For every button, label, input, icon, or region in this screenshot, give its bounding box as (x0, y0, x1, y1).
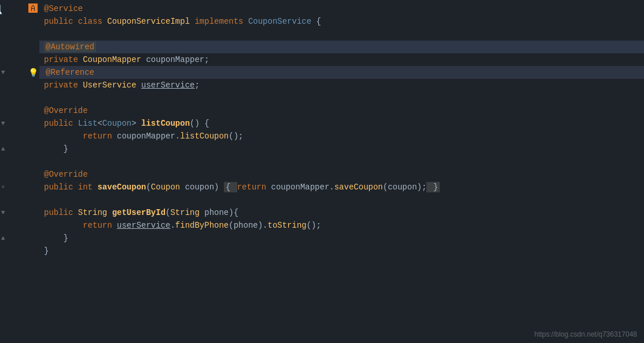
call-end-1: (); (229, 132, 243, 141)
type-coupon: Coupon (102, 119, 131, 128)
gutter-line-9 (0, 104, 22, 117)
indent-18 (44, 221, 83, 230)
dot-1: . (170, 221, 175, 230)
fold-icon-17[interactable]: ▼ (1, 209, 5, 216)
gutter-line-16 (0, 194, 22, 206)
semicolon-1: ; (194, 81, 199, 90)
fold-icon-12[interactable]: ▲ (1, 145, 5, 152)
keyword-return-inline: return (237, 183, 271, 192)
param-start-2: ( (165, 208, 170, 217)
code-line-13 (39, 155, 644, 168)
margin-blank-10 (27, 117, 39, 130)
margin-blank-18 (27, 219, 39, 232)
method-tostring: toString (268, 221, 307, 230)
method-getuserbyid: getUserById (112, 208, 165, 217)
code-line-16 (39, 194, 644, 206)
param-coupon: coupon) (185, 183, 224, 192)
var-userservice: userService (141, 81, 194, 90)
call-userservice: userService (117, 221, 170, 230)
intellij-icon: 💻 (0, 2, 2, 15)
annotation-service: @Service (44, 4, 83, 13)
interface-couponservice: CouponService (248, 17, 317, 26)
annotation-override-1: @Override (44, 106, 88, 115)
keyword-private-1: private (44, 55, 83, 64)
code-line-17: public String getUserById(String phone){ (39, 206, 644, 219)
open-brace: { (317, 17, 321, 26)
code-line-1: @Service (39, 2, 644, 15)
keyword-class: class (78, 17, 107, 26)
gutter-line-13 (0, 155, 22, 168)
margin-blank-3 (27, 28, 39, 41)
code-line-11: return couponMapper.listCoupon(); (39, 130, 644, 143)
fold-icon-19[interactable]: ▲ (1, 235, 5, 242)
close-brace-outer: } (44, 246, 49, 256)
code-editor[interactable]: @Service public class CouponServiceImpl … (39, 0, 644, 343)
inline-brace-close: } (426, 182, 440, 192)
margin-bulb-6[interactable]: 💡 (27, 66, 39, 79)
method-savecoupon-call: saveCoupon (334, 183, 383, 192)
param-start: ( (146, 183, 150, 192)
args-phone: (phone). (229, 221, 267, 230)
gutter-line-20 (0, 245, 22, 257)
margin-blank-4 (27, 41, 39, 53)
annotation-reference: @Reference (44, 67, 96, 78)
call-args: (coupon); (383, 183, 427, 192)
gutter-line-18 (0, 219, 22, 232)
code-line-5: private CouponMapper couponMapper; (39, 53, 644, 66)
keyword-return-1: return (83, 132, 117, 141)
line-number-gutter: 💻 ▼ ▼ ▲ + ▼ ▲ (0, 0, 27, 343)
margin-blank-16 (27, 194, 39, 206)
code-line-3 (39, 28, 644, 41)
gutter-line-12: ▲ (0, 143, 22, 155)
type-string-param: String (170, 208, 204, 217)
code-line-18: return userService.findByPhone(phone).to… (39, 219, 644, 232)
margin-blank-5 (27, 53, 39, 66)
generic-open: < (97, 119, 102, 128)
keyword-public-4: public (44, 208, 78, 217)
gutter-line-2 (0, 15, 22, 28)
code-line-6: @Reference (39, 66, 644, 79)
close-brace-2: } (44, 233, 68, 243)
code-line-8 (39, 92, 644, 104)
call-couponmapper-1: couponMapper. (117, 132, 180, 141)
class-name-couponserviceimpl: CouponServiceImpl (107, 17, 194, 26)
indent-11 (44, 132, 83, 141)
fold-icon-6[interactable]: ▼ (1, 69, 5, 76)
margin-icons: 🅰 💡 (27, 0, 39, 343)
method-findbyphone: findByPhone (175, 221, 229, 230)
bulb-icon[interactable]: 💡 (28, 68, 38, 78)
margin-blank-11 (27, 130, 39, 143)
margin-blank-17 (27, 206, 39, 219)
code-line-20: } (39, 245, 644, 257)
code-line-2: public class CouponServiceImpl implement… (39, 15, 644, 28)
type-list: List (78, 119, 98, 128)
generic-close: > (131, 119, 141, 128)
method-parens-1: () { (190, 119, 209, 128)
gutter-line-10: ▼ (0, 117, 22, 130)
call-end-2: (); (307, 221, 321, 230)
keyword-public-2: public (44, 119, 78, 128)
code-line-4: @Autowired (39, 41, 644, 53)
gutter-line-15: + (0, 181, 22, 194)
gutter-line-1: 💻 (0, 2, 22, 15)
fold-icon-15[interactable]: + (1, 184, 5, 191)
margin-blank-13 (27, 155, 39, 168)
gutter-line-4 (0, 41, 22, 53)
margin-blank-9 (27, 104, 39, 117)
gutter-line-11 (0, 130, 22, 143)
keyword-return-2: return (83, 221, 117, 230)
margin-blank-7 (27, 79, 39, 92)
margin-blank-15 (27, 181, 39, 194)
keyword-public: public (44, 17, 78, 26)
intellij-logo-icon: 🅰 (28, 3, 38, 14)
margin-blank-14 (27, 168, 39, 181)
gutter-line-3 (0, 28, 22, 41)
type-couponmapper: CouponMapper (83, 55, 146, 64)
type-userservice: UserService (83, 81, 141, 90)
fold-icon-10[interactable]: ▼ (1, 120, 5, 127)
code-line-10: public List<Coupon> listCoupon() { (39, 117, 644, 130)
method-listcoupon-call: listCoupon (180, 132, 229, 141)
code-line-12: } (39, 143, 644, 155)
margin-blank-19 (27, 232, 39, 245)
method-listcoupon: listCoupon (141, 119, 190, 128)
